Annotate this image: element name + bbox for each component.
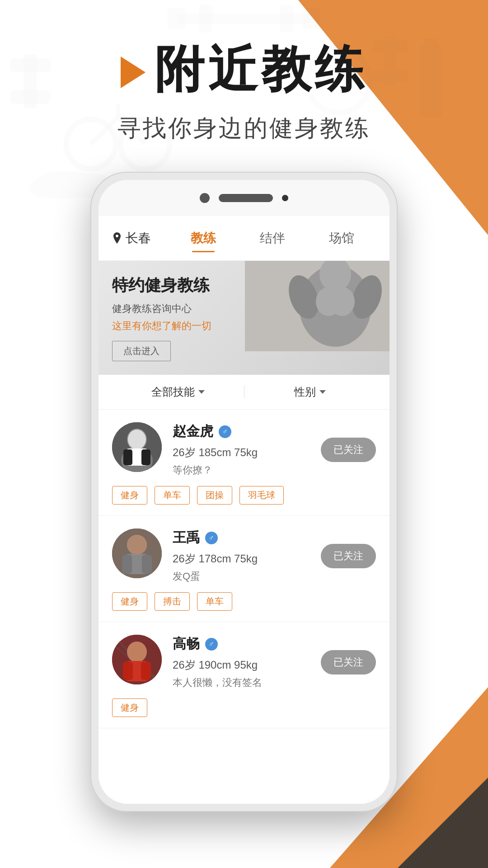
skills-filter[interactable]: 全部技能 [112,385,244,399]
banner-title: 特约健身教练 [112,274,211,297]
arrow-icon [121,57,145,88]
follow-button[interactable]: 已关注 [321,650,376,675]
subtitle-text: 寻找你身边的健身教练 [0,113,488,144]
svg-rect-15 [303,8,321,29]
svg-rect-48 [141,662,151,680]
svg-rect-13 [199,5,212,33]
tag-cycling: 单车 [197,592,232,611]
trainer-tags: 健身 [112,698,376,728]
phone-outer-shell: 长春 教练 结伴 场馆 [90,172,398,812]
trainer-slogan: 发Q蛋 [173,570,310,583]
nav-tabs: 教练 结伴 场馆 [169,225,376,251]
trainer-info: 高畅 ♂ 26岁 190cm 95kg [173,635,310,689]
trainer-name: 王禹 [173,528,200,547]
banner-enter-button[interactable]: 点击进入 [112,341,171,361]
avatar[interactable] [112,422,162,472]
avatar[interactable] [112,528,162,578]
tag-boxing: 搏击 [155,592,190,611]
svg-rect-47 [123,662,133,680]
skills-label: 全部技能 [151,385,195,399]
gender-male-icon: ♂ [205,532,218,544]
trainer-slogan: 本人很懒，没有签名 [173,676,310,689]
tag-badminton: 羽毛球 [239,486,284,505]
tab-partner[interactable]: 结伴 [238,225,307,251]
camera-icon [200,193,210,203]
phone-inner: 长春 教练 结伴 场馆 [99,180,389,804]
banner-image [245,261,389,375]
svg-point-32 [128,429,146,449]
follow-button[interactable]: 已关注 [321,544,376,568]
svg-rect-35 [141,449,150,465]
trainer-stats: 26岁 185cm 75kg [173,445,310,460]
phone-mockup: 长春 教练 结伴 场馆 [90,172,398,812]
follow-button[interactable]: 已关注 [321,438,376,462]
trainer-list: 赵金虎 ♂ 26岁 185cm 75kg [99,410,389,728]
trainer-top-row: 高畅 ♂ 26岁 190cm 95kg [112,635,376,689]
tab-coach[interactable]: 教练 [169,225,238,251]
gender-arrow-icon [319,390,326,394]
tag-cycling: 单车 [155,486,190,505]
name-row: 赵金虎 ♂ [173,422,310,441]
svg-point-45 [127,642,147,662]
sensor-icon [282,195,288,201]
trainer-slogan: 等你撩？ [173,463,310,477]
svg-point-41 [127,535,147,555]
gender-filter[interactable]: 性别 [244,385,376,399]
gender-label: 性别 [294,385,316,399]
trainer-tags: 健身 搏击 单车 [112,592,376,622]
gender-male-icon: ♂ [219,425,231,438]
phone-screen: 长春 教练 结伴 场馆 [99,216,389,804]
main-title: 附近教练 [0,36,488,104]
trainer-info: 王禹 ♂ 26岁 178cm 75kg [173,528,310,583]
tag-fitness: 健身 [112,698,147,717]
trainer-top-row: 王禹 ♂ 26岁 178cm 75kg [112,528,376,583]
name-row: 高畅 ♂ [173,635,310,653]
tag-group: 团操 [197,486,232,505]
promo-banner[interactable]: 特约健身教练 健身教练咨询中心 这里有你想了解的一切 点击进入 [99,261,389,375]
trainer-item: 高畅 ♂ 26岁 190cm 95kg [99,622,389,728]
trainer-tags: 健身 单车 团操 羽毛球 [112,486,376,515]
phone-top-bar [99,180,389,216]
trainer-name: 赵金虎 [173,422,213,441]
svg-rect-34 [123,449,132,465]
trainer-top-row: 赵金虎 ♂ 26岁 185cm 75kg [112,422,376,477]
trainer-stats: 26岁 178cm 75kg [173,552,310,566]
trainer-info: 赵金虎 ♂ 26岁 185cm 75kg [173,422,310,477]
svg-point-28 [329,287,355,316]
trainer-stats: 26岁 190cm 95kg [173,658,310,672]
tag-fitness: 健身 [112,486,147,505]
svg-rect-12 [168,8,186,29]
header-area: 附近教练 寻找你身边的健身教练 [0,36,488,144]
bg-triangle-dark [398,778,488,868]
trainer-item: 赵金虎 ♂ 26岁 185cm 75kg [99,410,389,516]
title-text: 附近教练 [155,36,368,104]
svg-rect-40 [142,555,152,574]
svg-rect-14 [280,5,294,33]
tag-fitness: 健身 [112,592,147,611]
banner-content: 特约健身教练 健身教练咨询中心 这里有你想了解的一切 点击进入 [112,274,211,361]
filter-row: 全部技能 性别 [99,375,389,410]
name-row: 王禹 ♂ [173,528,310,547]
banner-highlight: 这里有你想了解的一切 [112,319,211,333]
avatar[interactable] [112,635,162,684]
svg-rect-39 [122,555,132,574]
nav-location[interactable]: 长春 [112,230,151,247]
tab-venue[interactable]: 场馆 [307,225,376,251]
nav-bar: 长春 教练 结伴 场馆 [99,216,389,261]
gender-male-icon: ♂ [205,638,218,651]
trainer-item: 王禹 ♂ 26岁 178cm 75kg [99,516,389,622]
location-icon [112,232,122,244]
banner-subtitle: 健身教练咨询中心 [112,302,211,316]
speaker-icon [219,194,273,202]
trainer-name: 高畅 [173,635,200,653]
location-text: 长春 [126,230,151,247]
skills-arrow-icon [198,390,205,394]
